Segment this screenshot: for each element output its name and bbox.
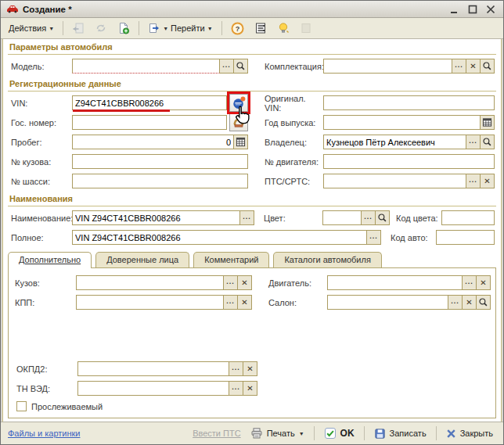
- refresh-icon: [95, 22, 107, 34]
- auto-code-label: Код авто:: [391, 233, 436, 242]
- reread-icon: [72, 22, 85, 34]
- goto-icon: [148, 22, 160, 34]
- close-x-icon: [446, 429, 456, 439]
- hint-button[interactable]: [273, 20, 293, 37]
- bottom-separator: [314, 426, 315, 440]
- model-open-button[interactable]: [234, 59, 248, 74]
- section-car-params: Параметры автомобиля: [8, 41, 496, 55]
- actions-label: Действия: [9, 23, 46, 33]
- gearbox-clear-button[interactable]: ✕: [238, 295, 252, 310]
- gearbox-label: КПП:: [15, 298, 76, 307]
- pts-clear-button[interactable]: ✕: [481, 174, 495, 188]
- magnifier-icon: [236, 61, 246, 71]
- model-input[interactable]: [72, 59, 220, 74]
- create-vehicle-window: Создание * Действия ▼: [0, 0, 504, 445]
- gos-number-service-button[interactable]: [229, 113, 248, 131]
- tab-comment[interactable]: Комментарий: [193, 252, 269, 267]
- structure-button[interactable]: [250, 20, 271, 37]
- enter-pts-link[interactable]: Ввести ПТС: [193, 429, 240, 438]
- year-calendar-button[interactable]: [481, 115, 495, 130]
- traceable-label: Прослеживаемый: [31, 402, 103, 411]
- disabled-tool-button[interactable]: [296, 20, 316, 37]
- full-name-edit-button[interactable]: ...: [367, 230, 381, 245]
- decode-vin-button[interactable]: [229, 94, 248, 112]
- owner-open-button[interactable]: [481, 135, 495, 149]
- okpd2-clear-button[interactable]: ✕: [243, 361, 257, 376]
- engine-select-button[interactable]: ...: [463, 275, 477, 290]
- engine-input[interactable]: [327, 275, 463, 290]
- configuration-input[interactable]: [323, 59, 452, 74]
- gearbox-select-button[interactable]: ...: [224, 295, 238, 310]
- auto-code-input[interactable]: [436, 230, 495, 245]
- color-open-button[interactable]: [376, 210, 390, 225]
- gos-number-input[interactable]: [72, 115, 227, 130]
- engine-clear-button[interactable]: ✕: [477, 275, 491, 290]
- salon-clear-button[interactable]: ✕: [463, 295, 477, 310]
- color-code-input[interactable]: [441, 210, 495, 225]
- tab-trusted-persons[interactable]: Доверенные лица: [95, 252, 189, 267]
- full-name-input[interactable]: [72, 230, 367, 245]
- tnved-clear-button[interactable]: ✕: [243, 381, 257, 396]
- tnved-select-button[interactable]: ...: [229, 381, 243, 396]
- save-button[interactable]: Записать: [371, 426, 430, 441]
- okpd2-input[interactable]: [77, 361, 229, 376]
- year-input[interactable]: [323, 115, 481, 130]
- owner-input[interactable]: [323, 135, 466, 149]
- body-select-button[interactable]: ...: [224, 275, 238, 290]
- tab-car-catalogs[interactable]: Каталоги автомобиля: [273, 252, 381, 267]
- tab-panel-additional: Кузов: ... ✕ Двигатель: ... ✕: [8, 267, 496, 418]
- configuration-clear-button[interactable]: ✕: [466, 59, 481, 74]
- name-edit-button[interactable]: ...: [240, 210, 254, 225]
- owner-select-button[interactable]: ...: [466, 135, 481, 149]
- printer-icon: [250, 427, 263, 440]
- car-icon: [6, 3, 19, 16]
- actions-menu-button[interactable]: Действия ▼: [5, 21, 58, 35]
- okpd2-select-button[interactable]: ...: [229, 361, 243, 376]
- traceable-checkbox[interactable]: [16, 401, 27, 411]
- body-input[interactable]: [76, 275, 224, 290]
- color-select-button[interactable]: ...: [362, 210, 376, 225]
- chassis-number-label: № шасси:: [11, 177, 72, 186]
- engine-label: Двигатель:: [268, 278, 327, 288]
- body-number-input[interactable]: [72, 154, 248, 169]
- gearbox-input[interactable]: [76, 295, 224, 310]
- refresh-button[interactable]: [91, 20, 111, 37]
- engine-number-label: № двигателя:: [265, 157, 323, 167]
- bulb-icon: [277, 22, 290, 34]
- reread-button[interactable]: [68, 20, 88, 37]
- vin-input[interactable]: [72, 95, 227, 110]
- configuration-open-button[interactable]: [481, 59, 495, 74]
- close-form-button[interactable]: Закрыть: [443, 427, 496, 440]
- original-vin-input[interactable]: [323, 95, 495, 110]
- name-input[interactable]: [72, 210, 240, 225]
- ok-button[interactable]: OK: [321, 425, 358, 441]
- pts-input[interactable]: [323, 174, 466, 188]
- model-select-button[interactable]: ...: [220, 59, 234, 74]
- tnved-label: ТН ВЭД:: [16, 384, 77, 393]
- salon-select-button[interactable]: ...: [448, 295, 463, 310]
- help-button[interactable]: ?: [227, 20, 248, 38]
- salon-open-button[interactable]: [477, 295, 491, 310]
- goto-menu-button[interactable]: ▼ Перейти ▼: [144, 20, 216, 37]
- salon-input[interactable]: [327, 295, 448, 310]
- print-button[interactable]: Печать ▼: [247, 425, 308, 441]
- mileage-calculator-button[interactable]: [234, 135, 248, 149]
- chassis-number-input[interactable]: [72, 174, 248, 188]
- diskette-icon: [374, 428, 386, 440]
- color-input[interactable]: [322, 210, 362, 225]
- close-button[interactable]: [484, 3, 498, 16]
- pts-select-button[interactable]: ...: [466, 174, 481, 188]
- engine-number-input[interactable]: [323, 154, 495, 169]
- tnved-input[interactable]: [77, 381, 229, 396]
- color-code-label: Код цвета:: [396, 214, 441, 223]
- body-clear-button[interactable]: ✕: [238, 275, 252, 290]
- files-and-pictures-link[interactable]: Файлы и картинки: [8, 429, 80, 438]
- bottom-bar: Файлы и картинки Ввести ПТС Печать ▼: [1, 422, 503, 444]
- minimize-button[interactable]: [448, 3, 462, 16]
- tab-additional[interactable]: Дополнительно: [8, 252, 92, 268]
- copy-new-button[interactable]: [113, 20, 134, 37]
- mileage-input[interactable]: [72, 135, 234, 149]
- maximize-button[interactable]: [466, 3, 480, 16]
- titlebar: Создание *: [1, 1, 503, 18]
- configuration-select-button[interactable]: ...: [452, 59, 466, 74]
